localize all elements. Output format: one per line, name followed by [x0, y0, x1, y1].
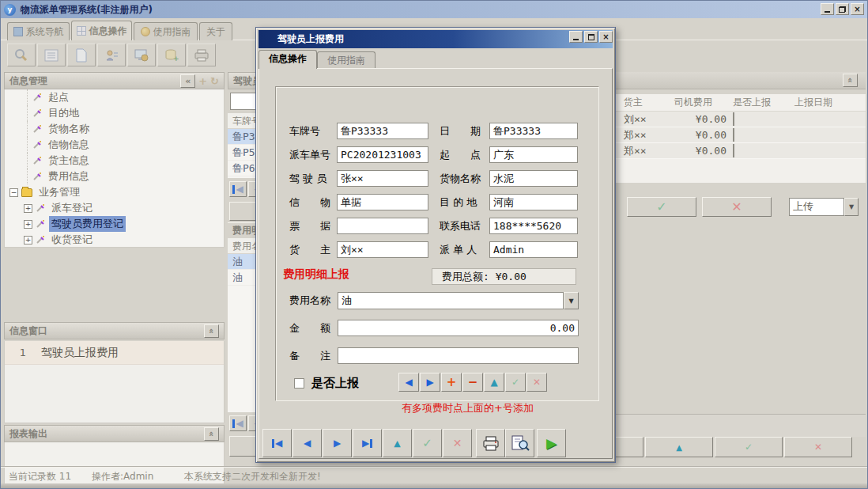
tree-item-destination[interactable]: 目的地: [5, 105, 224, 121]
left-sidebar: 信息管理 « + ↻ 起点 目的地 货物名称 信物信息 货主信息 费用信息 −业…: [4, 72, 225, 465]
fee-name-combobox[interactable]: 油 ▼: [338, 292, 579, 309]
dialog-close-button[interactable]: ×: [599, 31, 613, 43]
prev-detail-button[interactable]: ◀: [398, 373, 419, 392]
chevron-down-icon[interactable]: ▼: [564, 292, 579, 309]
next-record-button[interactable]: ▶: [323, 429, 352, 457]
tree-item-token-info[interactable]: 信物信息: [5, 137, 224, 153]
move-up-button[interactable]: ▲: [484, 373, 504, 392]
chevron-down-icon[interactable]: ▼: [844, 198, 859, 216]
tree-item-driver-fee-register[interactable]: +驾驶员费用登记: [5, 216, 224, 232]
plate-input[interactable]: 鲁P33333: [337, 123, 428, 139]
first-record-button[interactable]: ◀: [229, 181, 247, 197]
collapse-up-icon[interactable]: «: [204, 324, 219, 338]
table-row[interactable]: 郑×× ¥0.00: [616, 127, 866, 143]
ticket-input[interactable]: [337, 218, 428, 234]
next-detail-button[interactable]: ▶: [420, 373, 440, 392]
list-icon[interactable]: [37, 44, 66, 66]
cancel-button[interactable]: ✕: [784, 437, 852, 457]
user-icon[interactable]: [97, 44, 126, 66]
note-input[interactable]: [338, 347, 579, 364]
tree-item-cargo-name[interactable]: 货物名称: [5, 121, 224, 137]
cargo-input[interactable]: 水泥: [489, 170, 578, 187]
dialog-tab-user-guide[interactable]: 使用指南: [317, 51, 376, 69]
database-add-icon[interactable]: +: [157, 44, 186, 66]
confirm-detail-button[interactable]: ✓: [505, 373, 526, 392]
tree-item-business-mgmt[interactable]: −业务管理: [5, 184, 224, 200]
run-button[interactable]: ▶: [537, 429, 566, 457]
prev-record-button[interactable]: ◀: [292, 429, 322, 457]
origin-input[interactable]: 广东: [489, 146, 578, 163]
table-row[interactable]: 刘×× ¥0.00: [616, 112, 866, 127]
expand-icon[interactable]: +: [24, 220, 32, 229]
amount-label: 金 额: [289, 320, 330, 337]
operator-label: 操作者:Admin: [92, 470, 153, 483]
save-button[interactable]: ✓: [413, 429, 442, 457]
cancel-button[interactable]: ✕: [443, 429, 472, 457]
first-record-button[interactable]: ◀: [229, 415, 247, 431]
remove-detail-button[interactable]: −: [462, 373, 483, 392]
expand-icon[interactable]: +: [24, 204, 32, 213]
dispatcher-label: 派 单 人: [440, 241, 477, 259]
cancel-detail-button[interactable]: ✕: [526, 373, 547, 392]
first-record-button[interactable]: ◀: [262, 429, 292, 457]
monitor-icon[interactable]: [127, 44, 156, 66]
move-up-button[interactable]: ▲: [645, 437, 713, 457]
print-button[interactable]: [476, 429, 505, 457]
reported-checkbox[interactable]: [733, 112, 734, 126]
phone-input[interactable]: 188****5620: [489, 218, 578, 234]
report-checkbox[interactable]: [294, 378, 304, 389]
hidden-button[interactable]: [616, 437, 643, 457]
confirm-button[interactable]: ✓: [715, 437, 783, 457]
expand-icon[interactable]: +: [24, 236, 32, 244]
destination-input[interactable]: 河南: [489, 194, 578, 210]
collapse-up-icon[interactable]: «: [843, 74, 858, 87]
dialog-maximize-button[interactable]: [584, 31, 598, 43]
collapse-left-icon[interactable]: «: [180, 74, 195, 88]
tree-item-owner-info[interactable]: 货主信息: [5, 153, 224, 169]
tab-system-nav[interactable]: 系统导航: [7, 22, 70, 40]
tab-about[interactable]: 关于: [199, 22, 232, 40]
date-input[interactable]: 鲁P33333: [489, 123, 578, 139]
move-up-button[interactable]: ▲: [383, 429, 412, 457]
add-detail-button[interactable]: +: [441, 373, 462, 392]
minimize-button[interactable]: [821, 3, 834, 15]
confirm-button[interactable]: ✓: [627, 197, 696, 217]
close-button[interactable]: ×: [851, 3, 864, 15]
refresh-icon[interactable]: ↻: [210, 75, 219, 87]
status-note: 本系统支持二次开发和全新开发!: [184, 470, 321, 483]
search-icon[interactable]: [7, 44, 36, 66]
add-icon[interactable]: +: [198, 75, 207, 87]
printer-icon[interactable]: [187, 44, 216, 66]
preview-button[interactable]: [505, 429, 534, 457]
main-titlebar: y 物流派单管理系统(非注册用户) ×: [1, 1, 867, 18]
reported-checkbox[interactable]: [733, 128, 734, 142]
dispatch-no-input[interactable]: PC20201231003: [337, 146, 428, 163]
upload-select[interactable]: 上传 ▼: [789, 198, 859, 216]
dispatcher-input[interactable]: Admin: [489, 241, 578, 258]
reported-checkbox[interactable]: [733, 144, 734, 157]
amount-input[interactable]: 0.00: [338, 320, 579, 336]
tree-item-fee-info[interactable]: 费用信息: [5, 169, 224, 184]
tree-item-dispatch-register[interactable]: +派车登记: [5, 200, 224, 216]
right-panel-header: «: [616, 72, 866, 89]
tree-item-receive-register[interactable]: +收货登记: [5, 232, 224, 248]
dialog-minimize-button[interactable]: [569, 31, 583, 43]
restore-button[interactable]: [836, 3, 849, 15]
collapse-up-icon[interactable]: «: [204, 427, 219, 441]
table-header-row: 货主 司机费用 是否上报 上报日期: [616, 94, 866, 112]
last-record-button[interactable]: ▶: [353, 429, 382, 457]
table-row[interactable]: 郑×× ¥0.00: [616, 143, 866, 159]
document-icon[interactable]: [67, 44, 96, 66]
owner-input[interactable]: 刘××: [337, 241, 428, 258]
tab-user-guide[interactable]: 使用指南: [134, 22, 198, 40]
dialog-toolbar: ◀ ◀ ▶ ▶ ▲ ✓ ✕ ▶: [259, 427, 613, 459]
tab-info-operation[interactable]: 信息操作: [71, 21, 132, 40]
driver-input[interactable]: 张××: [337, 170, 428, 187]
collapse-expander-icon[interactable]: −: [9, 188, 18, 197]
token-input[interactable]: 单据: [337, 194, 428, 210]
dialog-tab-info-operation[interactable]: 信息操作: [259, 50, 317, 69]
info-window-row[interactable]: 1 驾驶员上报费用: [5, 341, 224, 365]
fee-name-value: 油: [338, 292, 564, 309]
tree-item-origin[interactable]: 起点: [5, 89, 224, 105]
cancel-button[interactable]: ✕: [702, 197, 772, 217]
